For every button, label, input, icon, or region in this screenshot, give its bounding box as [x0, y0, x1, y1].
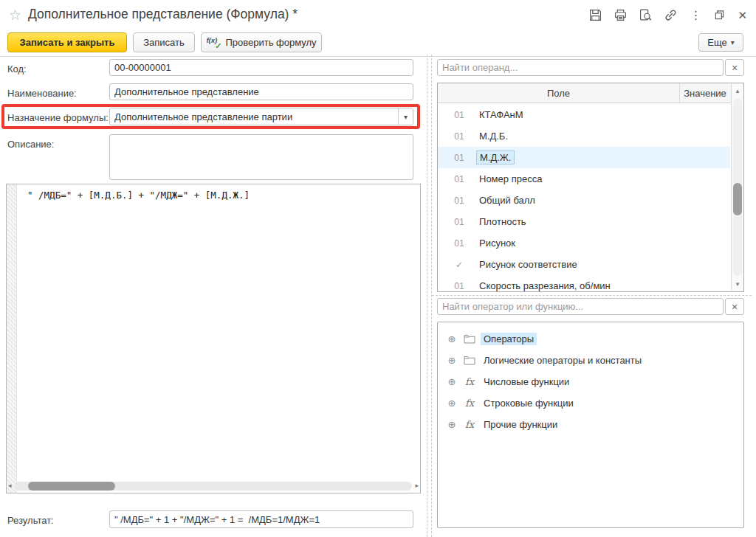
- result-input[interactable]: [109, 510, 413, 528]
- function-search-clear-button[interactable]: ×: [725, 298, 744, 315]
- more-actions-button[interactable]: Еще ▾: [698, 33, 743, 52]
- expand-icon[interactable]: ⊕: [447, 376, 457, 387]
- operand-row[interactable]: 01М.Д.Б.: [438, 125, 730, 147]
- check-type-icon: ✓: [448, 260, 470, 270]
- formula-editor[interactable]: " /МДБ=" + [М.Д.Б.] + "/МДЖ=" + [М.Д.Ж.]…: [6, 184, 421, 493]
- column-header-field[interactable]: Поле: [438, 83, 680, 103]
- print-icon[interactable]: [614, 9, 627, 21]
- description-label: Описание:: [7, 139, 54, 150]
- number-type-icon: 01: [448, 110, 470, 120]
- function-icon: fx: [463, 398, 476, 409]
- close-icon[interactable]: ✕: [738, 10, 747, 21]
- scroll-down-icon[interactable]: ▾: [732, 281, 743, 288]
- purpose-input[interactable]: [109, 108, 413, 125]
- tree-item-label: Строковые функции: [484, 398, 574, 409]
- save-and-close-button[interactable]: Записать и закрыть: [7, 32, 127, 52]
- expand-icon[interactable]: ⊕: [447, 419, 457, 430]
- tree-item-operators[interactable]: ⊕ Операторы: [438, 328, 742, 350]
- number-type-icon: 01: [448, 217, 470, 227]
- formula-code-text[interactable]: " /МДБ=" + [М.Д.Б.] + "/МДЖ=" + [М.Д.Ж.]: [27, 190, 250, 201]
- result-label: Результат:: [7, 515, 54, 526]
- chevron-down-icon: ▾: [404, 113, 408, 121]
- expand-icon[interactable]: ⊕: [447, 398, 457, 409]
- operand-row[interactable]: ✓Рисунок соответствие: [438, 254, 730, 275]
- tree-item-label: Числовые функции: [484, 376, 569, 387]
- expand-icon[interactable]: ⊕: [447, 333, 457, 344]
- editor-gutter: [7, 184, 17, 493]
- horizontal-splitter[interactable]: [432, 295, 752, 296]
- operand-field: КТАФАнМ: [479, 109, 523, 120]
- scrollbar-track[interactable]: [15, 482, 413, 491]
- operand-row-selected[interactable]: 01М.Д.Ж.: [438, 147, 730, 168]
- vertical-splitter[interactable]: [427, 55, 432, 537]
- operand-row[interactable]: 01КТАФАнМ: [438, 104, 730, 125]
- preview-icon[interactable]: [639, 9, 652, 21]
- code-input[interactable]: [109, 59, 413, 76]
- function-icon: fx: [463, 419, 476, 430]
- chevron-down-icon: ▾: [731, 38, 735, 46]
- functions-tree[interactable]: ⊕ Операторы ⊕ Логические операторы и кон…: [437, 322, 744, 528]
- operand-field: Плотность: [479, 216, 526, 227]
- operand-field: Рисунок: [479, 238, 515, 249]
- operand-search-input[interactable]: [437, 59, 724, 76]
- folder-icon: [463, 334, 476, 344]
- number-type-icon: 01: [448, 238, 470, 249]
- number-type-icon: 01: [448, 281, 470, 291]
- number-type-icon: 01: [448, 195, 470, 206]
- name-input[interactable]: [109, 83, 413, 100]
- operand-field: М.Д.Б.: [479, 131, 508, 142]
- tree-item-string-functions[interactable]: ⊕ fx Строковые функции: [438, 392, 742, 414]
- operands-vertical-scrollbar[interactable]: ▴ ▾: [731, 84, 743, 291]
- window-title: Дополнительное представление (Формула) *: [28, 7, 298, 22]
- favorite-star-icon[interactable]: ☆: [9, 7, 21, 24]
- tree-item-logical-operators[interactable]: ⊕ Логические операторы и константы: [438, 350, 742, 371]
- operand-row[interactable]: 01Рисунок: [438, 232, 730, 254]
- folder-icon: [463, 356, 476, 365]
- operand-row[interactable]: 01Скорость разрезания, об/мин: [438, 275, 730, 292]
- scroll-left-icon[interactable]: ◂: [8, 482, 12, 489]
- purpose-dropdown-button[interactable]: ▾: [398, 108, 413, 125]
- more-actions-label: Еще: [707, 37, 726, 48]
- operands-table-header: Поле Значение: [438, 83, 743, 103]
- tree-item-other-functions[interactable]: ⊕ fx Прочие функции: [438, 414, 742, 435]
- toolbar-separator: [0, 56, 756, 57]
- scrollbar-thumb[interactable]: [28, 482, 115, 491]
- operand-search-clear-button[interactable]: ×: [725, 59, 744, 76]
- code-label: Код:: [7, 63, 27, 75]
- tree-item-numeric-functions[interactable]: ⊕ fx Числовые функции: [438, 371, 742, 392]
- tree-item-label: Логические операторы и константы: [484, 355, 642, 366]
- operand-field: М.Д.Ж.: [476, 150, 515, 164]
- operand-row[interactable]: 01Общий балл: [438, 190, 730, 211]
- column-header-value[interactable]: Значение: [680, 83, 730, 103]
- operand-field: Номер пресса: [479, 173, 542, 184]
- purpose-combobox[interactable]: ▾: [109, 108, 413, 125]
- formula-check-icon: f(x)✓: [206, 37, 221, 49]
- scroll-right-icon[interactable]: ▸: [415, 482, 419, 489]
- restore-window-icon[interactable]: [714, 10, 725, 21]
- save-button[interactable]: Записать: [133, 32, 195, 52]
- save-icon[interactable]: [589, 9, 602, 21]
- check-formula-label: Проверить формулу: [225, 37, 316, 48]
- operand-row[interactable]: 01Плотность: [438, 211, 730, 232]
- operand-field: Скорость разрезания, об/мин: [479, 280, 611, 291]
- clear-icon: ×: [732, 301, 738, 313]
- editor-horizontal-scrollbar[interactable]: ◂ ▸: [8, 480, 419, 491]
- function-icon: fx: [463, 376, 476, 387]
- operand-row[interactable]: 01Номер пресса: [438, 168, 730, 190]
- check-formula-button[interactable]: f(x)✓ Проверить формулу: [201, 32, 322, 52]
- description-textarea[interactable]: [109, 134, 413, 180]
- number-type-icon: 01: [448, 153, 470, 163]
- clear-icon: ×: [732, 62, 738, 74]
- tree-item-label: Операторы: [481, 333, 537, 345]
- scroll-up-icon[interactable]: ▴: [732, 88, 743, 94]
- link-icon[interactable]: [664, 9, 677, 21]
- function-search-input[interactable]: [437, 298, 724, 315]
- number-type-icon: 01: [448, 174, 470, 184]
- number-type-icon: 01: [448, 131, 470, 142]
- operand-field: Рисунок соответствие: [479, 259, 577, 270]
- tree-item-label: Прочие функции: [484, 419, 557, 430]
- scrollbar-thumb[interactable]: [733, 183, 742, 215]
- more-menu-icon[interactable]: ⋮: [690, 10, 701, 21]
- expand-icon[interactable]: ⊕: [447, 355, 457, 366]
- operands-table[interactable]: Поле Значение 01КТАФАнМ 01М.Д.Б. 01М.Д.Ж…: [437, 83, 744, 292]
